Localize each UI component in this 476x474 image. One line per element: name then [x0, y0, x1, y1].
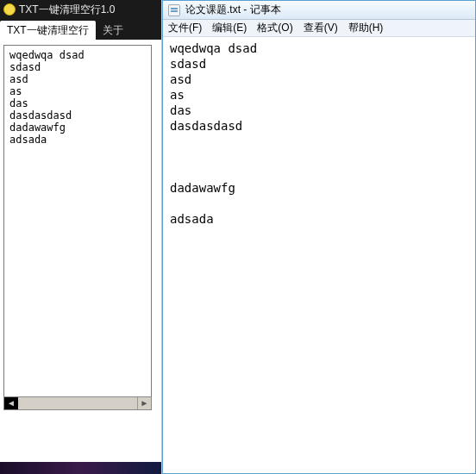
- menu-edit[interactable]: 编辑(E): [212, 21, 247, 35]
- tab-bar: TXT一键清理空行 关于: [0, 19, 161, 40]
- notepad-menubar: 文件(F) 编辑(E) 格式(O) 查看(V) 帮助(H): [163, 20, 475, 37]
- tab-label: TXT一键清理空行: [7, 24, 89, 36]
- menu-file[interactable]: 文件(F): [168, 21, 202, 35]
- txt-cleaner-body: wqedwqa dsad sdasd asd as das dasdasdasd…: [0, 40, 161, 462]
- tab-label: 关于: [103, 24, 123, 36]
- notepad-window: 论文课题.txt - 记事本 文件(F) 编辑(E) 格式(O) 查看(V) 帮…: [162, 0, 476, 474]
- tab-clean[interactable]: TXT一键清理空行: [0, 21, 96, 40]
- tab-about[interactable]: 关于: [96, 21, 130, 40]
- app-title: TXT一键清理空行1.0: [19, 3, 115, 17]
- notepad-title: 论文课题.txt - 记事本: [185, 3, 281, 17]
- app-icon: [3, 3, 16, 16]
- desktop-strip: [0, 462, 161, 474]
- notepad-text-area[interactable]: wqedwqa dsad sdasd asd as das dasdasdasd…: [163, 37, 475, 473]
- txt-cleaner-titlebar[interactable]: TXT一键清理空行1.0: [0, 0, 161, 19]
- horizontal-scrollbar[interactable]: ◄ ►: [3, 396, 152, 410]
- notepad-titlebar[interactable]: 论文课题.txt - 记事本: [163, 1, 475, 20]
- cleaned-text-area[interactable]: wqedwqa dsad sdasd asd as das dasdasdasd…: [3, 45, 152, 398]
- scroll-thumb[interactable]: [18, 397, 30, 409]
- scroll-left-button[interactable]: ◄: [4, 397, 18, 409]
- menu-help[interactable]: 帮助(H): [348, 21, 384, 35]
- scroll-right-button[interactable]: ►: [137, 397, 151, 409]
- notepad-icon: [168, 4, 180, 16]
- menu-format[interactable]: 格式(O): [257, 21, 292, 35]
- txt-cleaner-window: TXT一键清理空行1.0 TXT一键清理空行 关于 wqedwqa dsad s…: [0, 0, 162, 474]
- menu-view[interactable]: 查看(V): [304, 21, 338, 35]
